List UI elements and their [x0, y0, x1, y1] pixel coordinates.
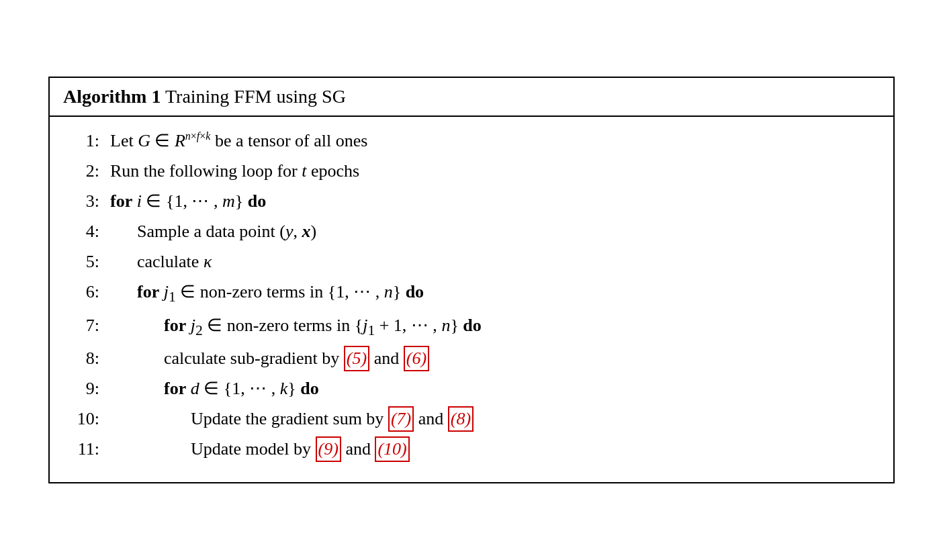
line-content-10: Update the gradient sum by (7) and (8) [110, 406, 873, 432]
line-number-1: 1: [70, 128, 110, 154]
ref-8: (8) [448, 406, 474, 432]
line-1: 1: Let G ∈ Rn×f×k be a tensor of all one… [70, 128, 873, 154]
line-content-2: Run the following loop for t epochs [110, 158, 873, 184]
line-content-1: Let G ∈ Rn×f×k be a tensor of all ones [110, 128, 873, 154]
line-content-6: for j1 ∈ non-zero terms in {1, ⋯ , n} do [110, 279, 873, 308]
line-content-7: for j2 ∈ non-zero terms in {j1 + 1, ⋯ , … [110, 312, 873, 342]
algorithm-body: 1: Let G ∈ Rn×f×k be a tensor of all one… [50, 117, 893, 482]
line-9: 9: for d ∈ {1, ⋯ , k} do [70, 375, 873, 402]
line-number-8: 8: [70, 345, 110, 371]
line-2: 2: Run the following loop for t epochs [70, 158, 873, 184]
line-content-4: Sample a data point (y, x) [110, 218, 873, 244]
ref-5: (5) [344, 346, 369, 371]
line-6: 6: for j1 ∈ non-zero terms in {1, ⋯ , n}… [70, 279, 873, 308]
ref-9: (9) [316, 436, 341, 462]
algorithm-container: Algorithm 1 Training FFM using SG 1: Let… [48, 77, 895, 483]
line-content-5: caclulate κ [110, 248, 873, 275]
line-10: 10: Update the gradient sum by (7) and (… [70, 406, 873, 432]
line-number-7: 7: [70, 312, 110, 338]
algorithm-title: Training FFM using SG [165, 86, 346, 107]
line-4: 4: Sample a data point (y, x) [70, 218, 873, 244]
line-content-3: for i ∈ {1, ⋯ , m} do [110, 188, 873, 214]
line-number-11: 11: [70, 436, 110, 462]
algorithm-header: Algorithm 1 Training FFM using SG [50, 78, 893, 117]
line-content-8: calculate sub-gradient by (5) and (6) [110, 345, 873, 371]
ref-6: (6) [404, 346, 429, 371]
line-number-5: 5: [70, 248, 110, 275]
line-number-2: 2: [70, 158, 110, 184]
line-5: 5: caclulate κ [70, 248, 873, 275]
line-8: 8: calculate sub-gradient by (5) and (6) [70, 345, 873, 371]
line-3: 3: for i ∈ {1, ⋯ , m} do [70, 188, 873, 214]
line-number-3: 3: [70, 188, 110, 214]
ref-10: (10) [375, 436, 409, 462]
algorithm-label: Algorithm 1 [63, 86, 161, 107]
line-content-11: Update model by (9) and (10) [110, 436, 873, 462]
ref-7: (7) [388, 406, 414, 432]
line-content-9: for d ∈ {1, ⋯ , k} do [110, 375, 873, 402]
line-number-10: 10: [70, 406, 110, 432]
line-number-4: 4: [70, 218, 110, 244]
line-11: 11: Update model by (9) and (10) [70, 436, 873, 462]
line-7: 7: for j2 ∈ non-zero terms in {j1 + 1, ⋯… [70, 312, 873, 342]
line-number-6: 6: [70, 279, 110, 305]
line-number-9: 9: [70, 375, 110, 402]
